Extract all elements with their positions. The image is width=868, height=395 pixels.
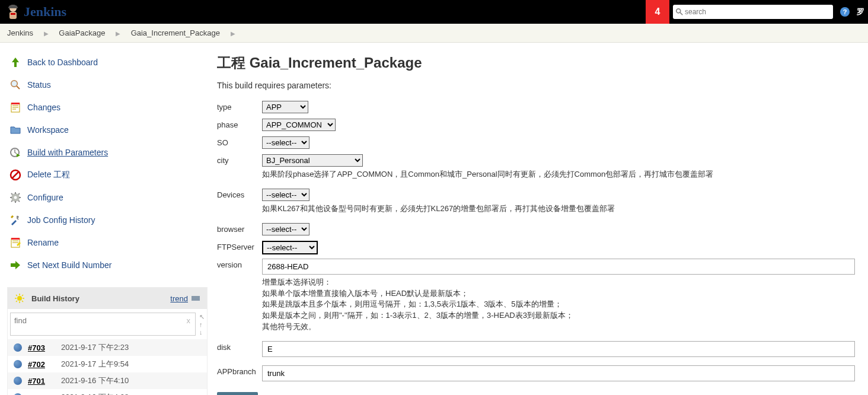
devices-help: 如果KL267和其他设备型号同时有更新，必须先打KL267的增量包部署后，再打其… (262, 203, 862, 215)
breadcrumb: Jenkins ▶ GaiaPackage ▶ Gaia_Increment_P… (0, 24, 868, 43)
task-set-next-build[interactable]: Set Next Build Number (7, 254, 208, 276)
task-link[interactable]: Changes (27, 103, 60, 112)
search-input[interactable] (684, 7, 831, 17)
build-number-link[interactable]: #701 (28, 377, 61, 386)
task-link[interactable]: Delete 工程 (27, 170, 70, 180)
task-changes[interactable]: Changes (7, 96, 208, 119)
build-find-input[interactable] (14, 316, 174, 325)
version-input[interactable] (262, 259, 855, 275)
task-rename[interactable]: Rename (7, 231, 208, 254)
build-timestamp: 2021-9-16 下午4:08 (61, 392, 129, 395)
task-back-dashboard[interactable]: Back to Dashboard (7, 51, 208, 74)
build-number-link[interactable]: #700 (28, 393, 61, 396)
build-timestamp: 2021-9-16 下午4:10 (61, 375, 129, 386)
svg-line-25 (18, 193, 20, 195)
task-link[interactable]: Set Next Build Number (27, 260, 111, 270)
param-appbranch: APPbranch (217, 365, 862, 381)
build-row[interactable]: #7002021-9-16 下午4:08 (8, 389, 207, 395)
svg-rect-2 (11, 13, 15, 15)
version-help: 增量版本选择说明： 如果单个版本增量直接输入版本号，HEAD默认是最新版本； 如… (262, 277, 862, 333)
svg-point-3 (676, 9, 681, 13)
task-link[interactable]: Job Config History (27, 215, 95, 225)
city-select[interactable]: BJ_Personal (262, 154, 363, 167)
param-ftpserver: FTPServer --select-- (217, 241, 862, 256)
folder-icon (8, 123, 23, 137)
side-panel: Back to Dashboard Status Changes Workspa… (0, 43, 213, 395)
type-select[interactable]: APP (262, 101, 308, 113)
ftpserver-select[interactable]: --select-- (262, 241, 318, 254)
build-number-link[interactable]: #702 (28, 360, 61, 369)
svg-rect-12 (11, 103, 20, 104)
task-link[interactable]: Configure (27, 193, 63, 202)
search-box[interactable] (673, 5, 833, 19)
breadcrumb-item[interactable]: Jenkins (7, 28, 33, 37)
svg-line-15 (12, 171, 19, 179)
task-link[interactable]: Back to Dashboard (27, 58, 98, 67)
task-workspace[interactable]: Workspace (7, 119, 208, 141)
task-link[interactable]: Build with Parameters (27, 148, 108, 157)
param-type: type APP (217, 101, 862, 116)
appbranch-input[interactable] (262, 365, 855, 381)
up-arrow-icon (8, 55, 23, 69)
breadcrumb-item[interactable]: GaiaPackage (59, 28, 105, 37)
svg-point-6 (11, 81, 17, 87)
browser-select[interactable]: --select-- (262, 223, 309, 235)
search-icon (8, 78, 23, 92)
help-icon[interactable]: ? (840, 7, 850, 17)
task-link[interactable]: Status (27, 80, 51, 90)
param-phase: phase APP_COMMON (217, 119, 862, 134)
devices-select[interactable]: --select-- (262, 189, 309, 201)
clock-play-icon (8, 145, 23, 160)
no-entry-icon (8, 168, 23, 182)
param-city: city BJ_Personal 如果阶段phase选择了APP_COMMON，… (217, 154, 862, 180)
phase-select[interactable]: APP_COMMON (262, 119, 336, 131)
arrow-down-icon[interactable]: ↓ (199, 329, 205, 336)
svg-point-17 (14, 196, 17, 199)
so-select[interactable]: --select-- (262, 136, 309, 149)
task-link[interactable]: Workspace (27, 125, 69, 135)
svg-rect-30 (11, 238, 20, 240)
build-history-widget: Build History trend x ↖ ↑ ↓ #7032021-9 (7, 287, 208, 395)
trend-link[interactable]: trend (170, 294, 188, 303)
build-row[interactable]: #7012021-9-16 下午4:10 (8, 372, 207, 389)
top-header: Jenkins 4 ? 罗 (0, 0, 868, 24)
disk-input[interactable] (262, 341, 855, 357)
build-history-title: Build History (31, 294, 79, 303)
right-arrow-icon (8, 258, 23, 272)
page-subtitle: This build requires parameters: (217, 81, 862, 90)
build-number-link[interactable]: #703 (28, 343, 61, 352)
build-row[interactable]: #7022021-9-17 上午9:54 (8, 356, 207, 372)
collapse-icon[interactable] (192, 296, 200, 301)
jenkins-logo[interactable]: Jenkins (0, 4, 72, 20)
clear-icon[interactable]: x (187, 316, 191, 325)
param-version: version 增量版本选择说明： 如果单个版本增量直接输入版本号，HEAD默认… (217, 259, 862, 333)
task-status[interactable]: Status (7, 74, 208, 96)
arrow-upleft-icon[interactable]: ↖ (199, 314, 205, 320)
svg-line-37 (22, 301, 23, 302)
arrow-up-icon[interactable]: ↑ (199, 321, 205, 328)
task-delete[interactable]: Delete 工程 (7, 164, 208, 186)
tools-icon (8, 213, 23, 227)
breadcrumb-item[interactable]: Gaia_Increment_Package (131, 28, 220, 37)
user-menu[interactable]: 罗 (853, 7, 868, 17)
svg-line-22 (11, 193, 12, 195)
build-find-input-wrap: x (10, 313, 196, 336)
chevron-right-icon: ▶ (222, 30, 244, 37)
build-button[interactable]: Build (217, 392, 258, 395)
city-help: 如果阶段phase选择了APP_COMMON，且Common和城市_Person… (262, 169, 862, 180)
notepad-edit-icon (8, 235, 23, 250)
build-history-header: Build History trend (8, 288, 207, 309)
svg-line-4 (680, 12, 682, 15)
task-build-params[interactable]: Build with Parameters (7, 141, 208, 164)
task-link[interactable]: Rename (27, 238, 59, 247)
chevron-right-icon: ▶ (36, 30, 57, 37)
notepad-icon (8, 100, 23, 114)
svg-line-24 (11, 200, 12, 202)
search-icon (675, 8, 684, 16)
notification-count[interactable]: 4 (646, 0, 669, 24)
build-row[interactable]: #7032021-9-17 下午2:23 (8, 339, 207, 356)
task-job-config-hist[interactable]: Job Config History (7, 209, 208, 231)
svg-line-23 (18, 200, 20, 202)
task-configure[interactable]: Configure (7, 186, 208, 209)
param-browser: browser --select-- (217, 223, 862, 238)
